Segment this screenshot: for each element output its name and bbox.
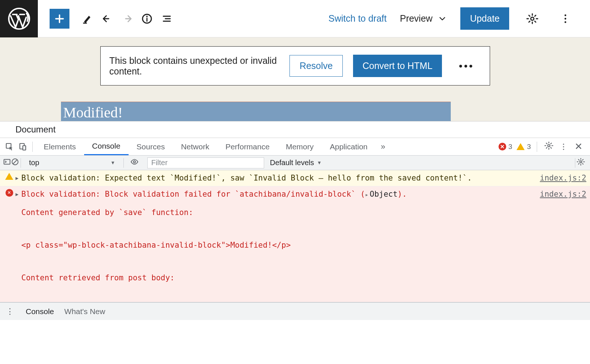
warning-count-badge[interactable]: 3 (514, 143, 533, 151)
more-options-button[interactable] (555, 9, 575, 29)
expand-caret-icon[interactable]: ▸ (15, 172, 21, 184)
log-levels-dropdown[interactable]: Default levels▼ (270, 159, 322, 167)
execution-context-dropdown[interactable]: top ▼ (22, 159, 122, 167)
tabs-overflow-icon[interactable]: » (375, 142, 390, 152)
console-message: Block validation: Block validation faile… (21, 188, 520, 302)
resolve-button[interactable]: Resolve (289, 55, 342, 77)
divider (123, 158, 124, 168)
divider (21, 158, 21, 168)
clear-console-icon[interactable] (11, 158, 19, 168)
edit-mode-button[interactable] (78, 9, 97, 29)
context-label: top (29, 159, 39, 167)
svg-point-10 (565, 21, 566, 23)
expand-caret-icon[interactable]: ▸ (15, 188, 21, 302)
error-icon: ✕ (6, 189, 13, 197)
editor-canvas: This block contains unexpected or invali… (0, 37, 590, 121)
preview-dropdown[interactable]: Preview (400, 13, 447, 24)
convert-to-html-button[interactable]: Convert to HTML (353, 55, 442, 77)
devtools-tabs: Elements Console Sources Network Perform… (0, 138, 590, 156)
console-row[interactable]: ▸Block validation: Expected text `Modifi… (0, 170, 590, 186)
device-toggle-icon[interactable] (16, 142, 29, 151)
source-link[interactable]: index.js:2 (520, 188, 586, 302)
tab-performance[interactable]: Performance (217, 138, 278, 155)
chevron-down-icon (438, 14, 447, 23)
console-sidebar-toggle-icon[interactable] (3, 158, 11, 168)
tab-elements[interactable]: Elements (36, 138, 84, 155)
svg-line-20 (13, 160, 17, 164)
toolbar-right: Switch to draft Preview Update (328, 0, 590, 37)
svg-point-22 (580, 161, 582, 163)
divider (537, 142, 537, 152)
source-link[interactable]: index.js:2 (520, 172, 586, 184)
block-warning-panel: This block contains unexpected or invali… (100, 46, 490, 85)
drawer-kebab-icon[interactable]: ⋮ (4, 307, 15, 316)
svg-point-7 (531, 17, 534, 20)
drawer-tab-whatsnew[interactable]: What's New (64, 307, 105, 316)
switch-to-draft-link[interactable]: Switch to draft (328, 13, 386, 24)
add-block-button[interactable] (50, 9, 69, 29)
drawer-tab-console[interactable]: Console (26, 307, 54, 316)
console-message: Block validation: Expected text `Modifie… (21, 172, 520, 184)
redo-button[interactable] (117, 9, 137, 29)
console-row[interactable]: ✕▸Block validation: Block validation fai… (0, 186, 590, 302)
warning-icon (5, 173, 13, 180)
update-button[interactable]: Update (460, 7, 509, 30)
svg-point-15 (563, 143, 564, 145)
devtools-document-label: Document (0, 121, 590, 138)
divider (575, 158, 575, 168)
svg-rect-13 (23, 146, 26, 150)
error-count: 3 (508, 143, 512, 151)
divider (32, 142, 33, 152)
info-button[interactable] (137, 9, 157, 29)
inspect-element-icon[interactable] (3, 142, 16, 151)
svg-point-9 (565, 18, 566, 19)
toolbar-left (38, 9, 177, 29)
settings-button[interactable] (522, 9, 542, 29)
tab-sources[interactable]: Sources (129, 138, 173, 155)
devtools-panel: Document Elements Console Sources Networ… (0, 121, 590, 320)
console-toolbar: top ▼ Filter Default levels▼ (0, 156, 590, 170)
block-warning-message: This block contains unexpected or invali… (109, 55, 280, 77)
devtools-kebab-icon[interactable] (557, 142, 570, 151)
devtools-settings-icon[interactable] (541, 141, 557, 152)
svg-point-8 (565, 14, 566, 16)
block-more-options[interactable]: ••• (452, 60, 481, 72)
tab-memory[interactable]: Memory (278, 138, 322, 155)
console-output: ▸Block validation: Expected text `Modifi… (0, 170, 590, 302)
editor-topbar: Switch to draft Preview Update (0, 0, 590, 37)
svg-point-21 (133, 161, 136, 163)
svg-rect-18 (4, 160, 10, 164)
selected-block-content[interactable]: Modified! (61, 102, 451, 121)
svg-point-16 (563, 146, 564, 147)
outline-button[interactable] (157, 9, 177, 29)
wp-logo[interactable] (0, 0, 38, 37)
preview-label: Preview (400, 13, 432, 24)
live-expression-icon[interactable] (125, 158, 144, 168)
svg-point-3 (147, 16, 147, 17)
devtools-close-icon[interactable]: ✕ (570, 141, 587, 152)
tab-application[interactable]: Application (322, 138, 376, 155)
warning-count: 3 (527, 143, 531, 151)
undo-button[interactable] (97, 9, 117, 29)
error-count-badge[interactable]: ✕3 (496, 143, 515, 151)
levels-label: Default levels (270, 159, 314, 167)
tab-network[interactable]: Network (173, 138, 217, 155)
object-ref[interactable]: Object (365, 190, 398, 199)
devtools-drawer-tabs: ⋮ Console What's New (0, 302, 590, 320)
error-body: Content generated by `save` function: <p… (21, 207, 520, 302)
svg-point-17 (563, 149, 564, 150)
svg-point-14 (548, 145, 550, 147)
console-settings-icon[interactable] (577, 158, 585, 168)
filter-input[interactable]: Filter (147, 157, 264, 168)
tab-console[interactable]: Console (84, 138, 129, 155)
